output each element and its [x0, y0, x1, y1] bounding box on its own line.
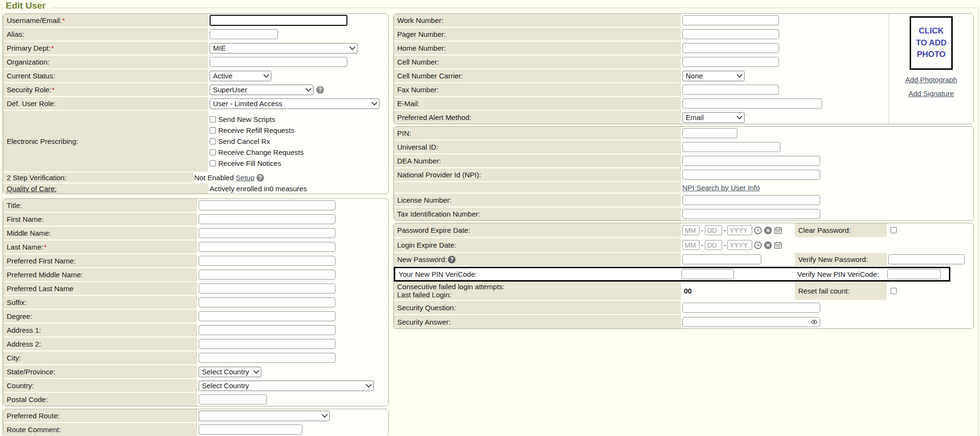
city-input[interactable]: [199, 353, 335, 363]
checkbox[interactable]: [210, 127, 216, 133]
clock-icon[interactable]: [754, 226, 762, 235]
pager-number-input[interactable]: [682, 29, 779, 39]
e-mail-input[interactable]: [682, 98, 822, 109]
clear-date-icon[interactable]: [764, 241, 772, 250]
year-input[interactable]: YYYY: [727, 240, 752, 250]
field-label: Cell Number:: [394, 55, 681, 68]
field-label: Password Expire Date:: [394, 223, 681, 237]
new-pin-vericode-input[interactable]: [681, 269, 734, 279]
cell-number-input[interactable]: [682, 57, 779, 67]
license-number-input[interactable]: [682, 195, 820, 205]
field-value: [681, 154, 973, 167]
clear-password-checkbox[interactable]: [891, 227, 897, 233]
security-question-input[interactable]: [682, 303, 820, 313]
security-answer-input[interactable]: [682, 317, 820, 327]
work-number-input[interactable]: [682, 15, 779, 25]
day-input[interactable]: DD: [705, 225, 722, 235]
title-input[interactable]: [199, 200, 335, 210]
primary-dept-select[interactable]: MIE: [210, 43, 357, 54]
degree-row: Degree:: [3, 310, 388, 324]
login-expire-date-widget: MM - DD - YYYY: [682, 240, 782, 250]
route-comment-input[interactable]: [199, 425, 302, 435]
degree-input[interactable]: [199, 311, 335, 321]
field-label: Clear Password:: [795, 223, 887, 237]
cell-number-carrier-select[interactable]: None: [682, 71, 745, 81]
pin-input[interactable]: [682, 128, 737, 138]
add-photograph-link[interactable]: Add Photograph: [905, 76, 957, 84]
checkbox-label: Send Cancel Rx: [218, 137, 270, 145]
field-value: [681, 141, 973, 153]
universal-id-row: Universal ID:: [394, 141, 973, 154]
country-select[interactable]: Select Country: [199, 381, 374, 391]
field-label: Address 2:: [3, 338, 197, 350]
npi-input[interactable]: [682, 170, 820, 180]
field-label: Reset fail count:: [795, 282, 887, 300]
security-role-select[interactable]: SuperUser: [210, 85, 313, 95]
checkbox[interactable]: [210, 149, 216, 155]
field-value: [208, 28, 388, 41]
calendar-icon[interactable]: [774, 241, 782, 250]
title-row: Title:: [3, 199, 388, 213]
middle-name-input[interactable]: [199, 228, 335, 238]
add-signature-link[interactable]: Add Signature: [908, 89, 954, 98]
state-province-select[interactable]: Select Country: [199, 367, 261, 377]
help-icon[interactable]: ?: [448, 256, 456, 263]
fax-number-row: Fax Number:: [394, 83, 889, 97]
checkbox[interactable]: [210, 138, 216, 144]
fax-number-input[interactable]: [682, 85, 779, 95]
alias-input[interactable]: [210, 29, 278, 39]
label-text: Verify New Password:: [798, 255, 868, 263]
universal-id-input[interactable]: [682, 142, 780, 152]
address-1-input[interactable]: [199, 325, 335, 335]
clock-icon[interactable]: [754, 241, 762, 250]
checkbox-label: Receive Change Requests: [218, 148, 303, 156]
preferred-first-name-input[interactable]: [199, 256, 335, 266]
field-label: 2 Step Verification:: [3, 173, 193, 183]
preferred-route-select[interactable]: [199, 411, 330, 421]
route-group: Preferred Route:Route Comment:: [3, 409, 389, 436]
eye-icon[interactable]: [811, 318, 818, 326]
field-value: [197, 338, 388, 350]
year-input[interactable]: YYYY: [727, 225, 752, 235]
organization-input[interactable]: [210, 57, 347, 67]
postal-code-input[interactable]: [199, 394, 267, 404]
primary-dept-row: Primary Dept:*MIE: [3, 42, 388, 55]
label-text: Login Expire Date:: [397, 241, 456, 249]
verify-new-password-input[interactable]: [888, 254, 965, 264]
field-label: [394, 182, 681, 193]
preferred-middle-name-input[interactable]: [199, 270, 335, 280]
username-email-input[interactable]: [210, 15, 347, 26]
tax-identification-number-input[interactable]: [682, 209, 820, 219]
first-name-input[interactable]: [199, 214, 335, 224]
checkbox-label: Receive Refill Requests: [218, 126, 294, 134]
preferred-last-name-input[interactable]: [199, 283, 335, 294]
calendar-icon[interactable]: [774, 226, 782, 235]
month-input[interactable]: MM: [682, 225, 700, 235]
selected-value: Email: [686, 113, 704, 121]
day-input[interactable]: DD: [705, 240, 722, 250]
address-2-input[interactable]: [199, 339, 335, 349]
field-label: Electronic Prescribing:: [3, 111, 208, 172]
page-title: Edit User: [5, 0, 50, 11]
two-step-verification-link[interactable]: Setup: [236, 174, 255, 182]
preferred-alert-method-select[interactable]: Email: [682, 112, 745, 123]
suffix-input[interactable]: [199, 297, 335, 307]
dea-number-input[interactable]: [682, 156, 820, 166]
label-text: Consecutive failed login attempts: Last …: [397, 283, 504, 299]
label-text: Preferred Last Name: [7, 284, 73, 293]
current-status-select[interactable]: Active: [210, 71, 271, 81]
photo-placeholder[interactable]: CLICK TO ADD PHOTO: [910, 16, 953, 70]
reset-fail-count-checkbox[interactable]: [891, 288, 897, 294]
last-name-input[interactable]: [199, 242, 335, 252]
help-icon[interactable]: ?: [316, 86, 324, 94]
home-number-input[interactable]: [682, 43, 779, 53]
clear-date-icon[interactable]: [764, 226, 772, 235]
npi-search-link[interactable]: NPI Search by User Info: [682, 184, 760, 192]
checkbox[interactable]: [210, 116, 216, 122]
checkbox[interactable]: [210, 160, 216, 166]
month-input[interactable]: MM: [682, 240, 700, 250]
new-password-input[interactable]: [682, 254, 761, 264]
def-user-role-select[interactable]: User - Limited Access: [210, 98, 379, 109]
help-icon[interactable]: ?: [256, 174, 264, 182]
verify-new-pin-vericode-input[interactable]: [887, 269, 941, 279]
